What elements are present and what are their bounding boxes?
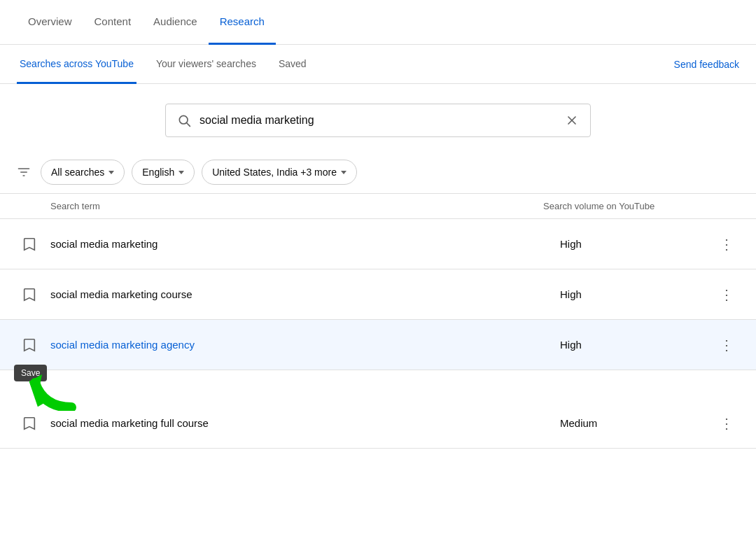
filter-row: All searches English United States, Indi… xyxy=(0,151,756,194)
sub-tab-saved[interactable]: Saved xyxy=(276,45,309,84)
clear-search-icon[interactable] xyxy=(565,113,579,127)
column-header-term: Search term xyxy=(17,201,543,211)
table-row: social media marketing full course Mediu… xyxy=(0,398,756,449)
filter-lines-icon xyxy=(17,165,31,179)
bookmark-button[interactable] xyxy=(17,282,42,307)
bookmark-button[interactable] xyxy=(17,411,42,436)
svg-marker-8 xyxy=(29,374,42,388)
table-body: social media marketing High ⋮ social med… xyxy=(0,219,756,449)
search-term-text: social media marketing full course xyxy=(42,417,560,429)
tab-overview[interactable]: Overview xyxy=(17,0,83,45)
svg-line-1 xyxy=(187,123,190,127)
column-header-volume: Search volume on YouTube xyxy=(543,201,697,211)
search-input[interactable] xyxy=(200,114,565,127)
search-term-link[interactable]: social media marketing agency xyxy=(42,339,560,351)
table-row: social media marketing course High ⋮ xyxy=(0,269,756,320)
more-options-button[interactable]: ⋮ xyxy=(714,411,739,436)
table-row: social media marketing High ⋮ xyxy=(0,219,756,269)
filter-chip-region[interactable]: United States, India +3 more xyxy=(202,160,357,185)
tab-content[interactable]: Content xyxy=(83,0,143,45)
chevron-down-icon xyxy=(108,171,114,174)
tab-research[interactable]: Research xyxy=(209,0,276,45)
sub-tab-searches-youtube[interactable]: Searches across YouTube xyxy=(17,45,136,84)
filter-chip-language[interactable]: English xyxy=(132,160,195,185)
more-options-button[interactable]: ⋮ xyxy=(714,282,739,307)
filter-chip-search-type[interactable]: All searches xyxy=(41,160,125,185)
bookmark-button[interactable] xyxy=(17,232,42,257)
chevron-down-icon xyxy=(341,171,346,174)
search-container xyxy=(0,84,756,151)
search-term-text: social media marketing course xyxy=(42,288,560,300)
bookmark-button[interactable]: Save xyxy=(17,332,42,358)
volume-value: High xyxy=(560,339,714,351)
chevron-down-icon xyxy=(178,171,184,174)
send-feedback-link[interactable]: Send feedback xyxy=(674,59,739,70)
volume-value: High xyxy=(560,288,714,300)
volume-value: High xyxy=(560,238,714,250)
more-options-button[interactable]: ⋮ xyxy=(714,332,739,358)
sub-tab-viewers-searches[interactable]: Your viewers' searches xyxy=(153,45,259,84)
tab-audience[interactable]: Audience xyxy=(142,0,209,45)
search-term-text: social media marketing xyxy=(42,238,560,250)
table-row: Save social media marketing agency High … xyxy=(0,320,756,370)
table-header: Search term Search volume on YouTube xyxy=(0,194,756,219)
sub-tabs-row: Searches across YouTube Your viewers' se… xyxy=(0,45,756,84)
search-icon xyxy=(177,113,191,127)
volume-value: Medium xyxy=(560,417,714,429)
save-tooltip: Save xyxy=(14,365,47,381)
search-box xyxy=(165,104,591,137)
more-options-button[interactable]: ⋮ xyxy=(714,232,739,257)
top-navigation: Overview Content Audience Research xyxy=(0,0,756,45)
